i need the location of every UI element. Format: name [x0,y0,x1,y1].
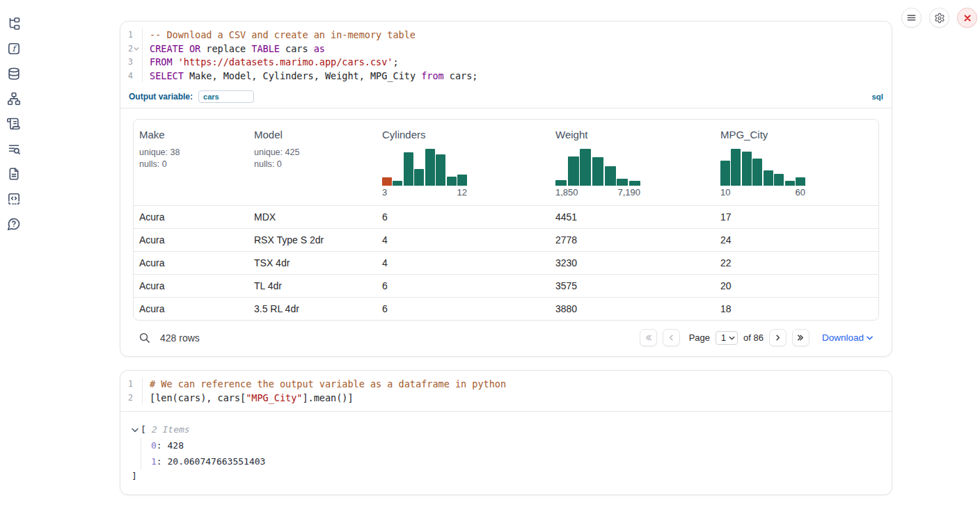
first-page-button[interactable] [640,329,657,346]
table-row[interactable]: Acura TL 4dr 6 3575 20 [134,274,878,297]
sql-cell: 1 -- Download a CSV and create an in-mem… [120,21,892,357]
shutdown-button[interactable] [957,8,977,28]
axis-min-label: 10 [720,186,730,200]
sidebar-scratchpad-button[interactable] [6,115,22,132]
table-row[interactable]: Acura MDX 6 4451 17 [134,205,878,228]
items-count-label: 2 Items [152,423,190,437]
axis-max-label: 60 [796,186,805,200]
top-right-controls [901,8,977,28]
output-variable-input[interactable] [198,90,254,103]
table-cell: 6 [377,211,550,223]
sidebar-file-tree-button[interactable] [6,15,22,32]
table-cell: TSX 4dr [248,257,377,268]
code-line: 3 FROM 'https://datasets.marimo.app/cars… [120,56,892,70]
column-label: Make [139,128,243,141]
python-code-editor[interactable]: 1 # We can reference the output variable… [120,371,892,412]
sidebar-logs-button[interactable] [6,140,22,157]
snippets-code-icon [7,192,21,206]
sidebar-dependency-graph-button[interactable] [6,90,22,107]
table-cell: TL 4dr [248,280,377,291]
axis-min-label: 3 [382,186,387,200]
table-cell: Acura [134,234,248,246]
list-output-tree: [ 2 Items 0: 428 1: 20.060747663551403 ] [120,412,892,483]
functions-icon: f [7,42,21,56]
table-cell: 6 [377,280,550,291]
table-cell: 3.5 RL 4dr [248,303,377,314]
line-number: 1 [128,378,133,392]
sidebar-documentation-button[interactable] [6,166,22,182]
download-button[interactable]: Download [822,332,873,343]
list-item: 0: 428 [151,438,892,454]
table-cell: RSX Type S 2dr [248,234,377,246]
row-count: 428 rows [160,332,200,344]
sidebar-snippets-button[interactable] [6,191,22,207]
table-cell: 3880 [550,303,715,314]
code-line: 1 -- Download a CSV and create an in-mem… [120,29,892,42]
histogram-cylinders: 3 12 [382,147,467,200]
chevrons-right-icon [796,333,805,342]
table-cell: 17 [715,211,878,223]
table-header: Make unique: 38 nulls: 0 Model unique: 4… [134,120,878,205]
close-bracket: ] [132,469,892,483]
code-line: 2 CREATE OR replace TABLE cars as [120,42,892,56]
page-select[interactable]: 1 [716,331,738,345]
column-label: MPG_City [720,128,873,141]
column-header-make[interactable]: Make unique: 38 nulls: 0 [134,120,248,205]
page-label: Page [689,332,710,343]
table-output: Make unique: 38 nulls: 0 Model unique: 4… [120,108,892,321]
table-cell: 4 [377,257,550,268]
open-bracket: [ [141,423,146,437]
table-cell: 18 [715,303,878,314]
table-cell: Acura [134,280,248,291]
code-text: CREATE OR replace TABLE cars as [142,42,325,56]
code-text: [len(cars), cars["MPG_City"].mean()] [142,392,354,405]
file-tree-icon [7,17,21,31]
sidebar-datasources-button[interactable] [6,65,22,82]
download-label: Download [822,332,864,343]
notebook-menu-button[interactable] [901,8,922,28]
collapse-chevron-icon[interactable] [132,428,139,433]
column-header-cylinders[interactable]: Cylinders 3 12 [377,120,550,205]
histogram-mpg-city: 10 60 [720,147,805,200]
code-text: FROM 'https://datasets.marimo.app/cars.c… [142,56,399,70]
table-row[interactable]: Acura 3.5 RL 4dr 6 3880 18 [134,297,878,320]
axis-max-label: 12 [457,186,467,200]
table-cell: 4451 [550,211,715,223]
column-nulls-stat: nulls: 0 [254,159,371,170]
table-row[interactable]: Acura TSX 4dr 4 3230 22 [134,251,878,274]
column-header-model[interactable]: Model unique: 425 nulls: 0 [248,120,377,205]
next-page-button[interactable] [769,329,787,346]
table-row[interactable]: Acura RSX Type S 2dr 4 2778 24 [134,228,878,251]
output-variable-label: Output variable: [129,92,193,102]
chevron-right-icon [773,333,782,342]
table-search-button[interactable] [139,332,150,344]
axis-min-label: 1,850 [555,186,578,200]
fold-chevron-icon[interactable] [134,47,139,51]
column-header-mpg-city[interactable]: MPG_City 10 60 [715,120,878,205]
code-text: # We can reference the output variable a… [142,378,506,392]
line-number: 4 [128,70,133,83]
item-index: 1 [151,456,157,467]
sidebar-help-button[interactable] [6,216,22,232]
sql-code-editor[interactable]: 1 -- Download a CSV and create an in-mem… [120,22,892,88]
chevron-down-icon [867,336,873,340]
pagination: Page 1 of 86 Download [640,329,873,346]
column-header-weight[interactable]: Weight 1,850 7,190 [550,120,715,205]
settings-button[interactable] [929,8,949,28]
column-unique-stat: unique: 38 [139,147,243,159]
scroll-icon [7,117,21,131]
file-text-icon [7,167,21,181]
column-label: Weight [555,128,709,141]
last-page-button[interactable] [792,329,809,346]
histogram-weight: 1,850 7,190 [555,147,640,200]
column-label: Model [254,128,371,141]
search-icon [139,332,150,344]
python-cell: 1 # We can reference the output variable… [120,370,892,495]
sidebar-functions-button[interactable]: f [6,40,22,57]
item-separator: : [157,456,168,467]
table-cell: 2778 [550,234,715,246]
output-variable-row: Output variable: sql [120,88,892,108]
page-total-label: of 86 [743,332,764,343]
table-cell: 4 [377,234,550,246]
previous-page-button[interactable] [663,329,680,346]
